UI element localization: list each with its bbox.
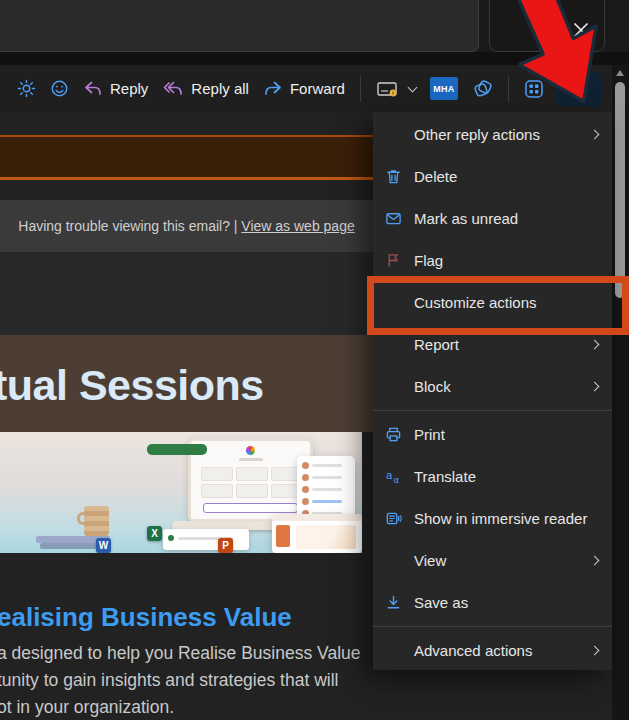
close-icon[interactable] [568,17,594,43]
svg-text:a: a [386,469,393,481]
note-card [163,529,249,550]
menu-divider [373,410,612,411]
view-as-web-page-link[interactable]: View as web page [241,218,354,234]
svg-text:α: α [394,475,400,485]
printer-icon [385,426,413,443]
menu-item-advanced-actions[interactable]: Advanced actions [373,629,612,671]
word-icon: W [96,538,111,553]
section-heading: ealising Business Value [0,602,292,633]
more-actions-dots: ••• [567,80,589,97]
addin-sticker-icon[interactable] [469,72,496,106]
trash-icon [385,168,413,185]
chevron-right-icon [590,645,600,655]
message-header-panel [0,0,479,52]
menu-divider [373,626,612,627]
forward-label: Forward [290,80,345,97]
copilot-logo [246,446,255,455]
reply-icon [83,80,103,98]
toolbar-divider [360,76,361,102]
window-divider [0,52,629,65]
translate-icon: aα [385,468,413,485]
chevron-right-icon [590,381,600,391]
chevron-down-icon [407,82,417,92]
flag-icon [385,252,413,269]
mug [84,506,109,537]
menu-item-other-reply-actions[interactable]: Other reply actions [373,113,612,155]
menu-item-show-in-immersive-reader[interactable]: Show in immersive reader [373,497,612,539]
reply-button[interactable]: Reply [80,72,151,106]
chevron-right-icon [590,555,600,565]
menu-item-print[interactable]: Print [373,413,612,455]
excel-icon: X [147,526,162,541]
reply-all-label: Reply all [191,80,249,97]
app-window: Reply Reply all Forward MHA ••• [0,0,629,720]
chevron-right-icon [590,339,600,349]
download-icon [385,594,413,611]
menu-item-flag[interactable]: Flag [373,239,612,281]
more-actions-button[interactable]: ••• [555,72,601,106]
certificate-icon [376,80,400,98]
toolbar-divider [508,76,509,102]
mail-icon [385,210,413,227]
body-text: a designed to help you Realise Business … [0,640,361,720]
message-toolbar: Reply Reply all Forward MHA ••• [0,65,612,112]
email-hero-image: W X P [0,432,362,553]
reply-all-button[interactable]: Reply all [159,72,252,106]
mha-badge: MHA [430,77,458,100]
scrollbar[interactable] [612,65,629,720]
menu-item-report[interactable]: Report [373,323,612,365]
menu-item-mark-as-unread[interactable]: Mark as unread [373,197,612,239]
copilot-callout [147,444,207,455]
emoji-reaction-icon[interactable] [47,72,72,106]
menu-item-translate[interactable]: aα Translate [373,455,612,497]
light-mode-icon[interactable] [14,72,39,106]
forward-icon [263,80,283,98]
scrollbar-thumb[interactable] [615,82,625,298]
scroll-up-icon[interactable] [616,70,624,76]
menu-item-block[interactable]: Block [373,365,612,407]
menu-item-delete[interactable]: Delete [373,155,612,197]
hero-title: tual Sessions [0,361,264,410]
menu-item-customize-actions[interactable]: Customize actions [373,281,612,323]
immersive-reader-icon [385,510,413,527]
encryption-dropdown-button[interactable] [373,72,419,106]
powerpoint-icon: P [218,538,233,553]
reply-all-icon [162,80,184,98]
menu-item-save-as[interactable]: Save as [373,581,612,623]
mha-addin-button[interactable]: MHA [427,72,461,106]
notification-panel [489,0,605,52]
reply-label: Reply [110,80,148,97]
chevron-right-icon [590,129,600,139]
forward-button[interactable]: Forward [260,72,348,106]
apps-icon[interactable] [521,72,547,106]
more-actions-menu: Other reply actions Delete Mark as unrea… [373,112,612,670]
powerpoint-window [272,514,362,553]
trouble-text: Having trouble viewing this email? | [18,218,241,234]
menu-item-view[interactable]: View [373,539,612,581]
